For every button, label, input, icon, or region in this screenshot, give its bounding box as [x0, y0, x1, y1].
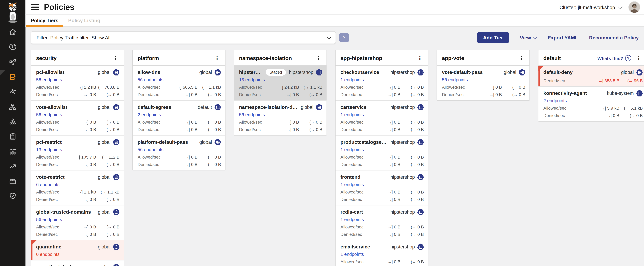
scope-label: global — [500, 70, 516, 75]
policy-card-konnectivity-agent[interactable]: konnectivity-agentkube-system2 endpoints… — [538, 86, 644, 121]
chevron-down-icon — [533, 35, 537, 39]
policy-card-redis-cart[interactable]: redis-carthipstershop1 endpointsAllowed/… — [336, 205, 428, 240]
policy-card-vote-allowlist[interactable]: vote-allowlistglobal56 endpointsAllowed/… — [31, 100, 124, 135]
denied-ingress-value: 0 B — [394, 162, 400, 167]
tier-menu-icon[interactable]: ⋮ — [111, 56, 120, 61]
sidebar-item-packages[interactable] — [0, 174, 26, 189]
ingress-icon: →] — [176, 85, 181, 90]
policy-card-vote-restrict[interactable]: vote-restrictglobal6 endpointsAllowed/se… — [31, 170, 124, 205]
denied-egress-value: 0 B — [418, 232, 424, 236]
denied-stat-row: Denied/sec→]0 B(→0 B — [138, 127, 221, 132]
tier-menu-icon[interactable]: ⋮ — [416, 56, 424, 61]
egress-icon: (→ — [411, 197, 416, 202]
sidebar-item-compliance[interactable] — [0, 129, 26, 144]
endpoints-link[interactable]: 56 endpoints — [36, 217, 62, 222]
allowed-egress-value: 0 B — [418, 154, 424, 159]
scope-label: kube-system — [604, 91, 634, 96]
endpoints-link[interactable]: 56 endpoints — [138, 77, 164, 82]
ingress-icon: →] — [388, 224, 392, 229]
sidebar-item-dashboard[interactable] — [0, 40, 26, 54]
endpoints-link[interactable]: 56 endpoints — [36, 112, 62, 117]
endpoints-link[interactable]: 56 endpoints — [442, 77, 468, 82]
sidebar-item-threat-defense[interactable] — [0, 188, 26, 204]
tab-policy-listing[interactable]: Policy Listing — [63, 15, 105, 26]
policy-card-pci-allowlist[interactable]: pci-allowlistglobal56 endpointsAllowed/s… — [31, 66, 124, 100]
sidebar-item-network[interactable] — [0, 99, 26, 114]
scope-label: global — [95, 174, 110, 180]
tab-policy-tiers[interactable]: Policy Tiers — [26, 15, 63, 26]
sidebar-item-home[interactable] — [0, 25, 26, 40]
egress-icon: (→ — [202, 85, 207, 90]
policy-card-global-trusted-domains[interactable]: global-trusted-domainsglobal56 endpoints… — [31, 205, 124, 240]
export-yaml-button[interactable]: Export YAML — [548, 35, 578, 40]
policy-card-cartservice[interactable]: cartservicehipstershop1 endpointsAllowed… — [336, 100, 428, 135]
help-icon[interactable]: ? — [625, 55, 631, 61]
policy-card-pci-restrict[interactable]: pci-restrictglobal13 endpointsAllowed/se… — [31, 135, 124, 170]
egress-icon: (→ — [106, 197, 112, 202]
endpoints-link[interactable]: 1 endpoints — [340, 147, 364, 152]
policy-card-allow-dns[interactable]: allow-dnsglobal56 endpointsAllowed/sec→]… — [133, 66, 225, 100]
add-tier-button[interactable]: Add Tier — [477, 32, 509, 43]
whats-this-link[interactable]: Whats this? — [598, 56, 623, 61]
denied-egress-value: 0 B — [113, 232, 120, 236]
sidebar-item-policies[interactable] — [0, 70, 26, 84]
scope-label: hipstershop — [286, 70, 314, 75]
tier-menu-icon[interactable]: ⋮ — [314, 56, 323, 61]
avatar[interactable] — [628, 1, 640, 13]
policy-card-default-deny[interactable]: default-denyglobalDenied/sec→]353.5 B(→9… — [538, 66, 644, 86]
calico-cat-logo[interactable] — [0, 0, 26, 25]
tier-header: app-hipstershop⋮ — [336, 50, 428, 66]
endpoints-link[interactable]: 1 endpoints — [340, 217, 364, 222]
sidebar-item-service-graph[interactable] — [0, 54, 26, 70]
endpoints-link[interactable]: 1 endpoints — [340, 77, 364, 82]
endpoints-link[interactable]: 13 endpoints — [36, 147, 62, 152]
endpoints-link[interactable]: 56 endpoints — [36, 77, 62, 82]
policy-traffic-filter-dropdown[interactable]: Filter: Policy Traffic filter: Show All — [31, 31, 336, 44]
endpoints-link[interactable]: 56 endpoints — [138, 147, 164, 152]
policy-card-vote-default-pass[interactable]: vote-default-passglobal56 endpointsAllow… — [437, 66, 529, 100]
egress-icon: (→ — [512, 92, 517, 97]
endpoints-link[interactable]: 1 endpoints — [340, 182, 364, 187]
endpoints-link[interactable]: 13 endpoints — [239, 77, 265, 82]
allowed-egress-value: 0 B — [418, 189, 424, 194]
policy-card-checkoutservice[interactable]: checkoutservicehipstershop1 endpointsAll… — [336, 66, 428, 100]
tier-menu-icon[interactable]: ⋮ — [213, 56, 221, 61]
endpoints-link[interactable]: 0 endpoints — [36, 252, 60, 257]
denied-label: Denied/sec — [138, 162, 159, 167]
policy-name: cartservice — [340, 104, 366, 110]
policy-card-frontend[interactable]: frontendhipstershop1 endpointsAllowed/se… — [336, 170, 428, 205]
endpoints-link[interactable]: 6 endpoints — [36, 182, 60, 187]
clear-filter-button[interactable]: × — [339, 33, 349, 42]
policy-card-platform-default-pass[interactable]: platform-default-passglobal56 endpointsA… — [133, 135, 225, 170]
egress-icon: (→ — [106, 92, 112, 97]
endpoints-link[interactable]: 1 endpoints — [340, 112, 364, 117]
recommend-policy-button[interactable]: Recommend a Policy — [589, 35, 638, 40]
denied-egress-value: 0 B — [113, 197, 120, 202]
tier-menu-icon[interactable]: ⋮ — [517, 56, 526, 61]
sidebar-item-metrics[interactable] — [0, 144, 26, 159]
policy-card-namespace-isolation-default-p[interactable]: namespace-isolation-default-p…global56 e… — [234, 100, 326, 135]
ingress-icon: →] — [388, 259, 392, 264]
sidebar-item-clusters[interactable] — [0, 114, 26, 129]
view-dropdown[interactable]: View — [520, 35, 536, 40]
tier-menu-icon[interactable]: ⋮ — [634, 56, 643, 61]
denied-egress-value: 0 B — [418, 162, 424, 167]
policy-card-security-default-pass[interactable]: security-default-passglobal — [31, 260, 124, 266]
global-scope-icon — [519, 69, 525, 76]
cluster-selector[interactable]: Cluster: jlt-msft-workshop — [560, 4, 622, 10]
endpoints-link[interactable]: 2 endpoints — [138, 112, 161, 117]
menu-icon[interactable] — [31, 4, 39, 10]
sidebar-item-endpoints[interactable] — [0, 84, 26, 99]
endpoints-link[interactable]: 2 endpoints — [543, 98, 567, 103]
policy-card-quarantine[interactable]: quarantineglobal0 endpoints — [31, 240, 124, 260]
endpoints-link[interactable]: 56 endpoints — [239, 112, 265, 117]
policy-card-hipstershop-gh[interactable]: hipstershop-gh…Stagedhipstershop13 endpo… — [234, 66, 326, 100]
box-icon — [8, 177, 17, 185]
egress-icon: (→ — [411, 127, 416, 132]
policy-card-default-egress[interactable]: default-egressdefault2 endpointsAllowed/… — [133, 100, 225, 135]
policy-card-productcatalogservice[interactable]: productcatalogservicehipstershop1 endpoi… — [336, 135, 428, 170]
endpoints-link[interactable]: 1 endpoints — [340, 252, 364, 257]
policy-card-emailservice[interactable]: emailservicehipstershop1 endpointsAllowe… — [336, 240, 428, 266]
sidebar-item-trends[interactable] — [0, 159, 26, 174]
allowed-egress-value: 112 B — [108, 154, 120, 159]
